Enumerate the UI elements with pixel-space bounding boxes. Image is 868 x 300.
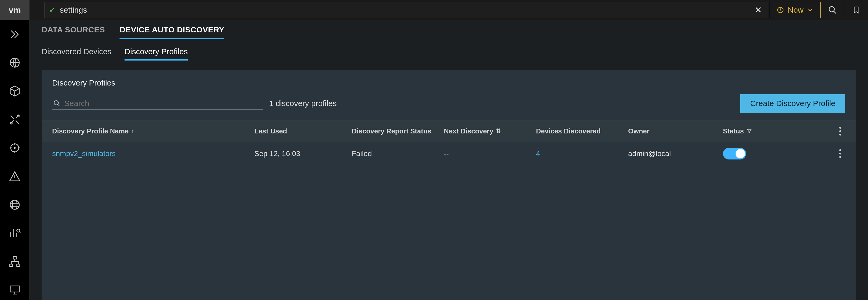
svg-point-5 <box>10 144 19 152</box>
sidenav-topology-icon[interactable] <box>7 254 23 269</box>
sidenav-tools-icon[interactable] <box>7 111 23 127</box>
time-range-selector[interactable]: Now <box>769 2 820 18</box>
clear-search-icon[interactable]: ✕ <box>752 5 764 15</box>
cell-last-used: Sep 12, 16:03 <box>250 149 347 158</box>
panel-toolbar: 1 discovery profiles Create Discovery Pr… <box>41 94 856 120</box>
col-header-report-status[interactable]: Discovery Report Status <box>347 127 439 135</box>
bookmark-icon <box>852 5 860 14</box>
profile-name-link[interactable]: snmpv2_simulators <box>41 149 250 158</box>
create-discovery-profile-button[interactable]: Create Discovery Profile <box>740 94 845 113</box>
svg-point-13 <box>54 101 58 105</box>
col-header-actions[interactable] <box>810 126 856 136</box>
col-header-status[interactable]: Status <box>718 127 810 135</box>
col-header-owner[interactable]: Owner <box>623 127 718 135</box>
sidenav-cube-icon[interactable] <box>7 83 23 99</box>
profile-search-input[interactable] <box>64 99 262 108</box>
table-row: snmpv2_simulators Sep 12, 16:03 Failed -… <box>41 142 856 165</box>
main-content: DATA SOURCES DEVICE AUTO DISCOVERY Disco… <box>30 20 868 300</box>
cell-status <box>718 148 810 160</box>
col-header-devices-discovered[interactable]: Devices Discovered <box>531 127 623 135</box>
bookmark-button[interactable] <box>844 2 868 18</box>
svg-point-7 <box>10 200 19 209</box>
svg-point-1 <box>829 7 834 12</box>
side-navigation <box>0 20 30 300</box>
col-header-last-used[interactable]: Last Used <box>250 127 347 135</box>
sidenav-analytics-icon[interactable] <box>7 225 23 241</box>
search-icon <box>828 5 837 14</box>
search-icon <box>53 100 61 107</box>
sidenav-expand-icon[interactable] <box>7 26 23 42</box>
clock-icon <box>777 6 784 14</box>
discovery-profiles-panel: Discovery Profiles 1 discovery profiles … <box>41 70 856 300</box>
search-button[interactable] <box>820 2 844 18</box>
sidenav-internet-icon[interactable] <box>7 197 23 213</box>
svg-rect-12 <box>10 286 19 292</box>
global-search-bar[interactable]: ✔ settings ✕ <box>44 2 769 18</box>
primary-tabs: DATA SOURCES DEVICE AUTO DISCOVERY <box>41 25 856 39</box>
tab-discovered-devices[interactable]: Discovered Devices <box>41 47 111 61</box>
tab-discovery-profiles[interactable]: Discovery Profiles <box>125 47 188 61</box>
sort-asc-icon: ↑ <box>131 128 134 134</box>
tab-device-auto-discovery[interactable]: DEVICE AUTO DISCOVERY <box>120 25 224 39</box>
profile-count-text: 1 discovery profiles <box>269 99 337 108</box>
tab-data-sources[interactable]: DATA SOURCES <box>41 25 105 39</box>
secondary-tabs: Discovered Devices Discovery Profiles <box>41 47 856 61</box>
cell-next-discovery: -- <box>439 149 531 158</box>
table-header: Discovery Profile Name ↑ Last Used Disco… <box>41 120 856 142</box>
devices-discovered-link[interactable]: 4 <box>531 149 623 158</box>
time-range-label: Now <box>788 5 804 14</box>
col-header-label: Status <box>723 127 744 135</box>
col-header-profile-name[interactable]: Discovery Profile Name ↑ <box>41 127 250 135</box>
svg-point-6 <box>14 147 15 148</box>
search-query-text[interactable]: settings <box>60 5 752 14</box>
svg-rect-9 <box>13 257 16 259</box>
col-header-label: Next Discovery <box>444 127 493 135</box>
col-header-next-discovery[interactable]: Next Discovery ⇅ <box>439 127 531 135</box>
svg-rect-11 <box>17 264 20 267</box>
vmware-logo[interactable]: vm <box>0 0 30 20</box>
status-toggle[interactable] <box>723 148 746 160</box>
filter-icon <box>746 128 752 134</box>
cell-owner: admin@local <box>623 149 718 158</box>
panel-title: Discovery Profiles <box>41 78 856 94</box>
sidenav-desktop-icon[interactable] <box>7 282 23 298</box>
header-kebab-icon[interactable] <box>835 126 845 136</box>
svg-rect-10 <box>9 264 13 267</box>
chevron-down-icon <box>807 7 813 13</box>
check-icon: ✔ <box>49 6 55 14</box>
sidenav-target-icon[interactable] <box>7 140 23 156</box>
col-header-label: Discovery Profile Name <box>52 127 128 135</box>
row-kebab-icon[interactable] <box>835 148 845 159</box>
profile-search-box[interactable] <box>52 97 263 110</box>
cell-actions <box>810 148 856 159</box>
sidenav-warning-icon[interactable] <box>7 168 23 184</box>
sidenav-globe-icon[interactable] <box>7 55 23 70</box>
sort-both-icon: ⇅ <box>496 128 501 134</box>
cell-report-status: Failed <box>347 149 439 158</box>
